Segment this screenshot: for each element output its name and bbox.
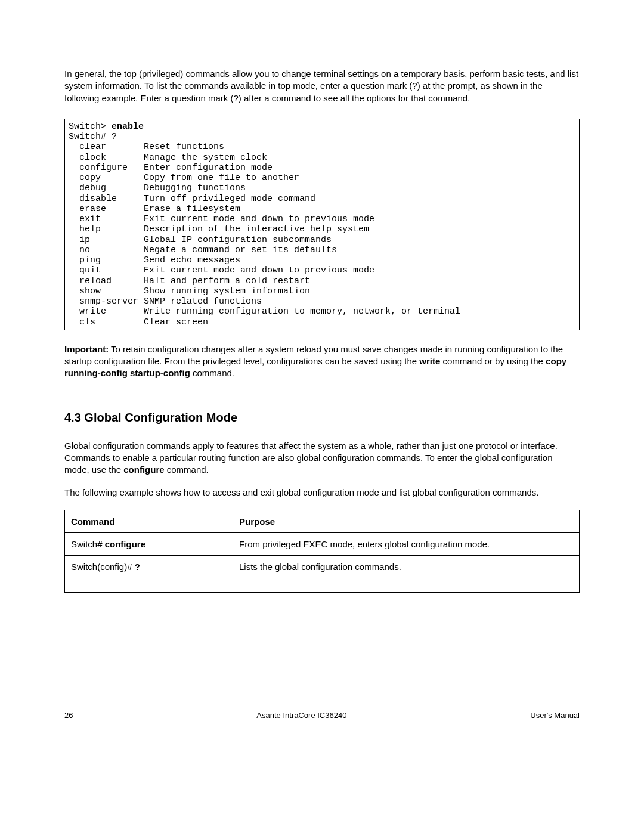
cmd-bold: configure — [105, 539, 145, 549]
table-header-purpose: Purpose — [233, 510, 580, 532]
terminal-output-box: Switch> enable Switch# ? clear Reset fun… — [64, 119, 580, 330]
table-row: Switch# configure From privileged EXEC m… — [65, 532, 580, 555]
intro-paragraph: In general, the top (privileged) command… — [64, 68, 580, 104]
table-cell-command: Switch(config)# ? — [65, 555, 233, 592]
section-para-1: Global configuration commands apply to f… — [64, 440, 580, 476]
cmd-prefix: Switch(config)# — [71, 562, 135, 572]
section-para-2: The following example shows how to acces… — [64, 487, 580, 498]
prompt-1: Switch> — [69, 122, 112, 132]
section-para-1b: command. — [165, 465, 209, 475]
cmd-prefix: Switch# — [71, 539, 105, 549]
important-note: Important: To retain configuration chang… — [64, 343, 580, 380]
prompt-1-cmd: enable — [112, 122, 144, 132]
cmd-bold: ? — [135, 562, 140, 572]
prompt-2: Switch# ? — [69, 132, 117, 142]
table-header-command: Command — [65, 510, 233, 532]
page-footer: 26 Asante IntraCore IC36240 User's Manua… — [64, 711, 580, 720]
table-row: Switch(config)# ? Lists the global confi… — [65, 555, 580, 592]
table-cell-purpose: Lists the global configuration commands. — [233, 555, 580, 592]
important-text-2: command or by using the — [440, 356, 546, 366]
footer-page-number: 26 — [64, 711, 73, 720]
footer-center-text: Asante IntraCore IC36240 — [256, 711, 346, 720]
important-bold-1: write — [419, 356, 440, 366]
section-heading: 4.3 Global Configuration Mode — [64, 411, 580, 425]
command-table: Command Purpose Switch# configure From p… — [64, 510, 580, 593]
table-cell-purpose: From privileged EXEC mode, enters global… — [233, 532, 580, 555]
section-para-1-bold: configure — [123, 465, 164, 475]
table-cell-command: Switch# configure — [65, 532, 233, 555]
important-text-3: command. — [190, 368, 234, 378]
table-header-row: Command Purpose — [65, 510, 580, 532]
footer-right-text: User's Manual — [530, 711, 580, 720]
important-label: Important: — [64, 344, 109, 354]
